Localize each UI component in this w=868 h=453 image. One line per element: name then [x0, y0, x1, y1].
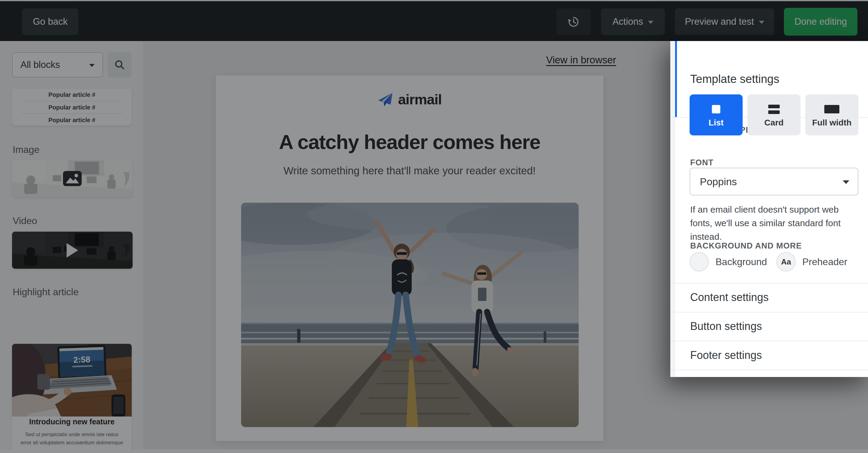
section-row-label: Footer settings [690, 349, 762, 362]
preheader-swatch[interactable]: Aa [776, 252, 796, 272]
list-layout-icon [712, 103, 720, 115]
section-row-footer-settings[interactable]: Footer settings [670, 341, 868, 370]
preheader-swatch-label: Preheader [802, 252, 847, 272]
background-swatch[interactable] [689, 252, 709, 272]
chevron-down-icon [843, 180, 849, 184]
background-swatch-label: Background [715, 252, 767, 272]
template-settings-panel: Template settings BLOCKS TYPE List Card … [670, 41, 868, 377]
section-row-label: Content settings [690, 291, 769, 304]
background-and-more-label: BACKGROUND AND MORE [690, 241, 802, 251]
blocks-type-option-label: Full width [812, 118, 852, 128]
blocks-type-option-label: Card [764, 118, 784, 128]
blocks-type-option-list[interactable]: List [689, 94, 743, 135]
section-row-label: Button settings [690, 320, 762, 333]
window-top-edge [0, 0, 868, 1]
blocks-type-option-label: List [709, 118, 724, 128]
blocks-type-option-full-width[interactable]: Full width [805, 94, 858, 135]
font-label: FONT [690, 158, 714, 167]
section-row-button-settings[interactable]: Button settings [670, 312, 868, 341]
card-layout-icon [768, 103, 780, 115]
font-select-value: Poppins [700, 176, 737, 188]
app-window: Go back Actions Preview and test Done ed… [0, 0, 868, 453]
full-width-layout-icon [824, 103, 839, 115]
blocks-type-option-card[interactable]: Card [747, 94, 801, 135]
active-section-accent-bar [675, 41, 677, 117]
font-select[interactable]: Poppins [689, 168, 858, 195]
divider [670, 370, 868, 370]
font-helper-text: If an email client doesn't support web f… [690, 203, 861, 244]
section-row-content-settings[interactable]: Content settings [670, 283, 868, 312]
preheader-swatch-glyph: Aa [781, 257, 791, 266]
